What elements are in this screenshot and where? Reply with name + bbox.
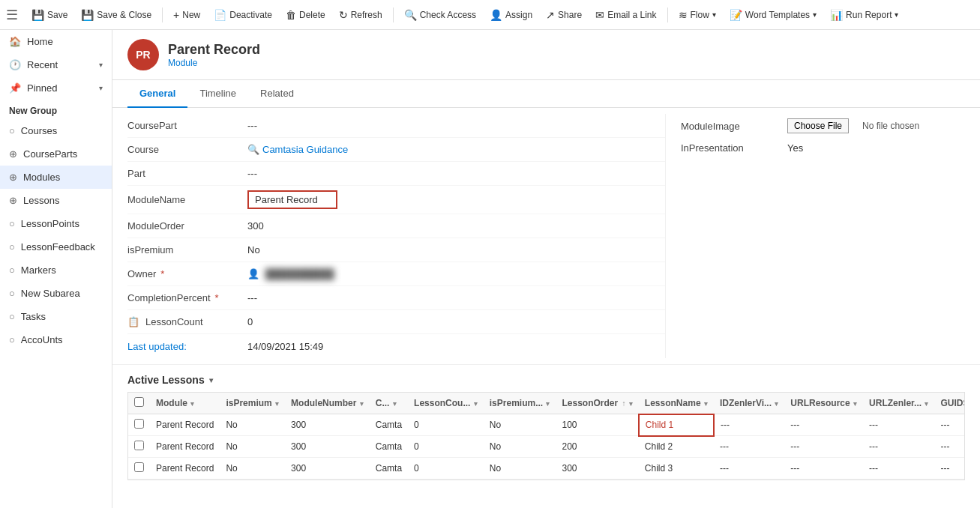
last-updated-label: Last updated: xyxy=(127,341,247,352)
col-idzenlervi[interactable]: IDZenlerVi... ▾ xyxy=(714,393,784,414)
home-icon: 🏠 xyxy=(9,36,21,47)
moduleorder-label: ModuleOrder xyxy=(127,220,247,232)
sidebar-item-courses[interactable]: ○ Courses xyxy=(0,119,112,142)
subgrid-title: Active Lessons xyxy=(127,374,205,386)
refresh-icon: ↻ xyxy=(339,9,348,21)
col-urlresource[interactable]: URLResource ▾ xyxy=(784,393,863,414)
sidebar: 🏠 Home 🕐 Recent ▾ 📌 Pinned ▾ New Group ○… xyxy=(0,30,112,508)
table-cell: --- xyxy=(714,436,784,458)
course-value[interactable]: 🔍 Camtasia Guidance xyxy=(247,144,665,155)
urlzenler-filter-icon: ▾ xyxy=(925,400,928,408)
ispremium-value: No xyxy=(247,244,665,255)
lesson-count-icon: 📋 xyxy=(127,316,139,327)
assign-button[interactable]: 👤 Assign xyxy=(484,6,538,24)
courseparts-icon: ⊕ xyxy=(9,148,17,160)
sidebar-item-home[interactable]: 🏠 Home xyxy=(0,30,112,53)
run-report-dropdown-icon: ▾ xyxy=(895,10,898,19)
table-cell: No xyxy=(220,436,285,458)
refresh-button[interactable]: ↻ Refresh xyxy=(333,6,388,24)
sidebar-item-recent[interactable]: 🕐 Recent ▾ xyxy=(0,53,112,76)
table-cell: No xyxy=(484,458,556,480)
choose-file-button[interactable]: Choose File xyxy=(787,118,849,133)
form-left: CoursePart --- Course 🔍 Camtasia Guidanc… xyxy=(127,114,665,358)
sidebar-item-lessonfeedback[interactable]: ○ LessonFeedback xyxy=(0,235,112,258)
col-check[interactable] xyxy=(128,393,150,414)
share-icon: ↗ xyxy=(546,9,555,21)
tabs-bar: General Timeline Related xyxy=(112,80,980,108)
inpresentation-value: Yes xyxy=(787,142,803,154)
sidebar-item-lessonpoints[interactable]: ○ LessonPoints xyxy=(0,212,112,235)
owner-value: 👤 ██████████ xyxy=(247,268,665,279)
col-lessonname[interactable]: LessonName ▾ xyxy=(639,393,714,414)
new-button[interactable]: + New xyxy=(167,6,206,24)
col-guidstrea[interactable]: GUIDStrea... ▾ xyxy=(934,393,965,414)
table-body: Parent RecordNo300Camta0No100Child 1----… xyxy=(128,414,965,480)
row-checkbox-2[interactable] xyxy=(134,462,144,472)
row-checkbox-1[interactable] xyxy=(134,441,144,450)
word-templates-button[interactable]: 📝 Word Templates ▾ xyxy=(724,6,823,24)
recent-icon: 🕐 xyxy=(9,59,21,70)
col-modulenumber[interactable]: ModuleNumber ▾ xyxy=(285,393,370,414)
col-lessonorder[interactable]: LessonOrder ↑ ▾ xyxy=(556,393,638,414)
record-header: PR Parent Record Module xyxy=(112,30,980,80)
select-all-checkbox[interactable] xyxy=(134,397,144,407)
table-cell: Parent Record xyxy=(150,436,220,458)
flow-button[interactable]: ≋ Flow ▾ xyxy=(673,6,722,24)
table-row[interactable]: Parent RecordNo300Camta0No300Child 3----… xyxy=(128,458,965,480)
sidebar-item-new-subarea[interactable]: ○ New Subarea xyxy=(0,282,112,305)
pin-icon: 📌 xyxy=(9,82,21,94)
col-ispremium2[interactable]: isPremium... ▾ xyxy=(484,393,556,414)
table-cell: --- xyxy=(784,436,863,458)
urlresource-filter-icon: ▾ xyxy=(853,400,857,408)
field-owner: Owner 👤 ██████████ xyxy=(127,262,665,286)
share-button[interactable]: ↗ Share xyxy=(540,6,588,24)
module-filter-icon: ▾ xyxy=(190,400,194,408)
table-cell: --- xyxy=(784,458,863,480)
deactivate-button[interactable]: 📄 Deactivate xyxy=(208,6,278,24)
table-cell: No xyxy=(484,414,556,436)
delete-button[interactable]: 🗑 Delete xyxy=(280,6,331,24)
sidebar-item-accounts[interactable]: ○ AccoUnts xyxy=(0,328,112,351)
sidebar-item-courseparts[interactable]: ⊕ CourseParts xyxy=(0,142,112,166)
hamburger-icon[interactable]: ☰ xyxy=(6,7,18,23)
markers-icon: ○ xyxy=(9,264,15,276)
subgrid-chevron-icon[interactable]: ▾ xyxy=(209,376,213,384)
tab-related[interactable]: Related xyxy=(248,80,306,108)
col-c[interactable]: C... ▾ xyxy=(370,393,408,414)
sidebar-item-lessons[interactable]: ⊕ Lessons xyxy=(0,189,112,212)
col-module[interactable]: Module ▾ xyxy=(150,393,220,414)
coursepart-value: --- xyxy=(247,120,665,131)
table-cell: Parent Record xyxy=(150,458,220,480)
email-link-button[interactable]: ✉ Email a Link xyxy=(589,6,662,24)
part-value: --- xyxy=(247,168,665,179)
tab-general[interactable]: General xyxy=(127,80,187,108)
sidebar-item-tasks[interactable]: ○ Tasks xyxy=(0,305,112,328)
table-cell: --- xyxy=(714,414,784,436)
lessoncou-filter-icon: ▾ xyxy=(474,400,478,408)
check-access-button[interactable]: 🔍 Check Access xyxy=(398,6,482,24)
save-close-button[interactable]: 💾 Save & Close xyxy=(75,6,157,24)
table-cell xyxy=(128,458,150,480)
row-checkbox-0[interactable] xyxy=(134,419,144,429)
table-cell: --- xyxy=(784,414,863,436)
col-urlzenler[interactable]: URLZenler... ▾ xyxy=(863,393,934,414)
table-cell: 300 xyxy=(556,458,638,480)
save-close-icon: 💾 xyxy=(81,9,94,21)
tab-timeline[interactable]: Timeline xyxy=(187,80,248,108)
col-lessoncou[interactable]: LessonCou... ▾ xyxy=(408,393,484,414)
table-cell: No xyxy=(484,436,556,458)
sidebar-item-modules[interactable]: ⊕ Modules xyxy=(0,166,112,189)
table-cell: Child 2 xyxy=(639,436,714,458)
modulename-value: Parent Record xyxy=(247,190,665,209)
sidebar-item-markers[interactable]: ○ Markers xyxy=(0,258,112,282)
table-cell xyxy=(128,436,150,458)
save-button[interactable]: 💾 Save xyxy=(25,6,73,24)
sidebar-item-pinned[interactable]: 📌 Pinned ▾ xyxy=(0,76,112,100)
table-row[interactable]: Parent RecordNo300Camta0No200Child 2----… xyxy=(128,436,965,458)
last-updated-value: 14/09/2021 15:49 xyxy=(247,341,665,352)
col-ispremium[interactable]: isPremium ▾ xyxy=(220,393,285,414)
word-templates-dropdown-icon: ▾ xyxy=(813,10,817,19)
table-row[interactable]: Parent RecordNo300Camta0No100Child 1----… xyxy=(128,414,965,436)
ispremium-label: isPremium xyxy=(127,244,247,255)
run-report-button[interactable]: 📊 Run Report ▾ xyxy=(824,6,904,24)
